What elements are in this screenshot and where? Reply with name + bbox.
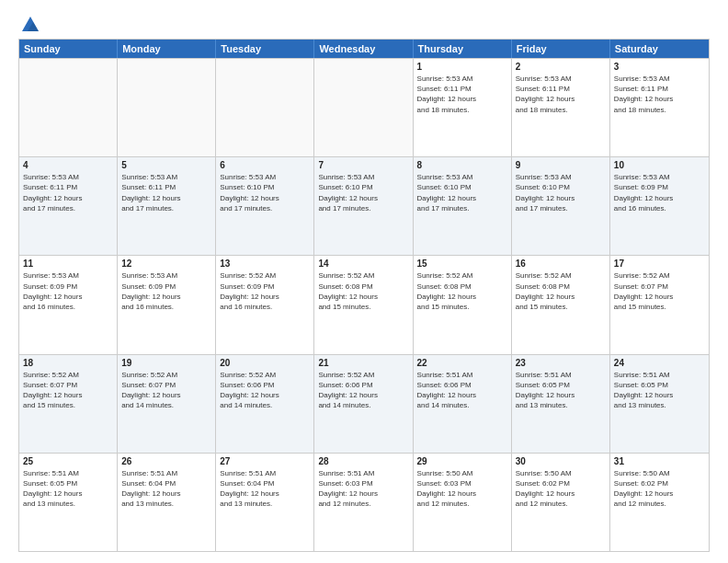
calendar-row: 25Sunrise: 5:51 AM Sunset: 6:05 PM Dayli…	[19, 453, 709, 551]
day-number: 15	[417, 259, 507, 269]
day-number: 28	[318, 456, 408, 466]
day-number: 23	[516, 358, 606, 368]
calendar-cell: 12Sunrise: 5:53 AM Sunset: 6:09 PM Dayli…	[118, 256, 216, 353]
calendar-row: 18Sunrise: 5:52 AM Sunset: 6:07 PM Dayli…	[19, 354, 709, 453]
day-number: 5	[121, 160, 211, 170]
calendar-cell: 9Sunrise: 5:53 AM Sunset: 6:10 PM Daylig…	[512, 157, 610, 255]
day-number: 29	[417, 456, 507, 466]
day-info: Sunrise: 5:52 AM Sunset: 6:06 PM Dayligh…	[220, 370, 310, 411]
day-info: Sunrise: 5:53 AM Sunset: 6:11 PM Dayligh…	[417, 74, 507, 115]
day-number: 18	[23, 358, 113, 368]
day-number: 10	[614, 160, 705, 170]
day-info: Sunrise: 5:52 AM Sunset: 6:07 PM Dayligh…	[614, 270, 705, 312]
day-number: 3	[614, 62, 705, 72]
calendar-cell: 29Sunrise: 5:50 AM Sunset: 6:03 PM Dayli…	[414, 454, 512, 551]
day-number: 17	[614, 259, 705, 269]
calendar-cell: 14Sunrise: 5:52 AM Sunset: 6:08 PM Dayli…	[314, 256, 413, 353]
day-number: 1	[417, 62, 507, 72]
calendar-cell: 11Sunrise: 5:53 AM Sunset: 6:09 PM Dayli…	[19, 256, 118, 353]
day-number: 16	[516, 259, 606, 269]
day-info: Sunrise: 5:52 AM Sunset: 6:08 PM Dayligh…	[516, 270, 606, 312]
day-number: 24	[614, 358, 705, 368]
logo	[18, 15, 40, 31]
day-info: Sunrise: 5:53 AM Sunset: 6:11 PM Dayligh…	[614, 74, 705, 115]
day-info: Sunrise: 5:52 AM Sunset: 6:08 PM Dayligh…	[417, 270, 507, 312]
day-number: 14	[318, 259, 408, 269]
day-number: 11	[23, 259, 113, 269]
day-number: 21	[318, 358, 408, 368]
day-info: Sunrise: 5:51 AM Sunset: 6:04 PM Dayligh…	[220, 468, 310, 510]
calendar-cell: 27Sunrise: 5:51 AM Sunset: 6:04 PM Dayli…	[216, 454, 314, 551]
logo-icon	[20, 15, 40, 35]
day-number: 13	[220, 259, 310, 269]
day-number: 7	[318, 160, 408, 170]
header	[18, 15, 710, 31]
calendar-cell	[314, 59, 413, 156]
calendar-row: 4Sunrise: 5:53 AM Sunset: 6:11 PM Daylig…	[19, 156, 709, 255]
day-info: Sunrise: 5:51 AM Sunset: 6:03 PM Dayligh…	[318, 468, 408, 510]
calendar-cell: 21Sunrise: 5:52 AM Sunset: 6:06 PM Dayli…	[314, 355, 413, 453]
calendar: SundayMondayTuesdayWednesdayThursdayFrid…	[18, 39, 710, 552]
header-cell-saturday: Saturday	[610, 40, 709, 58]
calendar-cell: 2Sunrise: 5:53 AM Sunset: 6:11 PM Daylig…	[512, 59, 610, 156]
page: SundayMondayTuesdayWednesdayThursdayFrid…	[0, 0, 728, 563]
day-info: Sunrise: 5:52 AM Sunset: 6:07 PM Dayligh…	[121, 370, 211, 411]
day-number: 26	[121, 456, 211, 466]
header-cell-wednesday: Wednesday	[314, 40, 413, 58]
calendar-cell: 4Sunrise: 5:53 AM Sunset: 6:11 PM Daylig…	[19, 157, 118, 255]
header-cell-thursday: Thursday	[414, 40, 512, 58]
calendar-cell: 28Sunrise: 5:51 AM Sunset: 6:03 PM Dayli…	[314, 454, 413, 551]
day-info: Sunrise: 5:53 AM Sunset: 6:09 PM Dayligh…	[121, 270, 211, 312]
calendar-row: 1Sunrise: 5:53 AM Sunset: 6:11 PM Daylig…	[19, 58, 709, 156]
day-info: Sunrise: 5:51 AM Sunset: 6:04 PM Dayligh…	[121, 468, 211, 510]
calendar-cell: 3Sunrise: 5:53 AM Sunset: 6:11 PM Daylig…	[610, 59, 709, 156]
calendar-cell: 5Sunrise: 5:53 AM Sunset: 6:11 PM Daylig…	[118, 157, 216, 255]
day-info: Sunrise: 5:50 AM Sunset: 6:03 PM Dayligh…	[417, 468, 507, 510]
day-number: 25	[23, 456, 113, 466]
day-info: Sunrise: 5:52 AM Sunset: 6:06 PM Dayligh…	[318, 370, 408, 411]
calendar-cell: 30Sunrise: 5:50 AM Sunset: 6:02 PM Dayli…	[512, 454, 610, 551]
day-number: 27	[220, 456, 310, 466]
calendar-cell: 13Sunrise: 5:52 AM Sunset: 6:09 PM Dayli…	[216, 256, 314, 353]
calendar-row: 11Sunrise: 5:53 AM Sunset: 6:09 PM Dayli…	[19, 255, 709, 353]
calendar-cell	[19, 59, 118, 156]
day-info: Sunrise: 5:52 AM Sunset: 6:08 PM Dayligh…	[318, 270, 408, 312]
calendar-cell: 15Sunrise: 5:52 AM Sunset: 6:08 PM Dayli…	[414, 256, 512, 353]
day-number: 31	[614, 456, 705, 466]
header-cell-tuesday: Tuesday	[216, 40, 314, 58]
day-number: 2	[516, 62, 606, 72]
calendar-cell: 20Sunrise: 5:52 AM Sunset: 6:06 PM Dayli…	[216, 355, 314, 453]
calendar-cell: 7Sunrise: 5:53 AM Sunset: 6:10 PM Daylig…	[314, 157, 413, 255]
day-info: Sunrise: 5:51 AM Sunset: 6:05 PM Dayligh…	[23, 468, 113, 510]
day-number: 20	[220, 358, 310, 368]
calendar-cell: 10Sunrise: 5:53 AM Sunset: 6:09 PM Dayli…	[610, 157, 709, 255]
header-cell-sunday: Sunday	[19, 40, 118, 58]
day-info: Sunrise: 5:50 AM Sunset: 6:02 PM Dayligh…	[516, 468, 606, 510]
day-info: Sunrise: 5:53 AM Sunset: 6:11 PM Dayligh…	[121, 172, 211, 213]
day-info: Sunrise: 5:53 AM Sunset: 6:10 PM Dayligh…	[318, 172, 408, 213]
calendar-cell: 17Sunrise: 5:52 AM Sunset: 6:07 PM Dayli…	[610, 256, 709, 353]
header-cell-friday: Friday	[512, 40, 610, 58]
day-number: 12	[121, 259, 211, 269]
day-number: 8	[417, 160, 507, 170]
day-info: Sunrise: 5:52 AM Sunset: 6:07 PM Dayligh…	[23, 370, 113, 411]
day-info: Sunrise: 5:51 AM Sunset: 6:05 PM Dayligh…	[516, 370, 606, 411]
day-info: Sunrise: 5:53 AM Sunset: 6:10 PM Dayligh…	[417, 172, 507, 213]
day-info: Sunrise: 5:50 AM Sunset: 6:02 PM Dayligh…	[614, 468, 705, 510]
day-info: Sunrise: 5:53 AM Sunset: 6:11 PM Dayligh…	[23, 172, 113, 213]
day-number: 6	[220, 160, 310, 170]
day-info: Sunrise: 5:53 AM Sunset: 6:10 PM Dayligh…	[516, 172, 606, 213]
calendar-cell: 18Sunrise: 5:52 AM Sunset: 6:07 PM Dayli…	[19, 355, 118, 453]
calendar-cell: 23Sunrise: 5:51 AM Sunset: 6:05 PM Dayli…	[512, 355, 610, 453]
day-number: 30	[516, 456, 606, 466]
calendar-cell: 31Sunrise: 5:50 AM Sunset: 6:02 PM Dayli…	[610, 454, 709, 551]
calendar-cell: 16Sunrise: 5:52 AM Sunset: 6:08 PM Dayli…	[512, 256, 610, 353]
calendar-cell: 24Sunrise: 5:51 AM Sunset: 6:05 PM Dayli…	[610, 355, 709, 453]
day-info: Sunrise: 5:53 AM Sunset: 6:09 PM Dayligh…	[23, 270, 113, 312]
day-info: Sunrise: 5:51 AM Sunset: 6:05 PM Dayligh…	[614, 370, 705, 411]
calendar-cell	[118, 59, 216, 156]
day-number: 19	[121, 358, 211, 368]
calendar-cell: 26Sunrise: 5:51 AM Sunset: 6:04 PM Dayli…	[118, 454, 216, 551]
logo-text	[18, 15, 40, 35]
day-number: 9	[516, 160, 606, 170]
